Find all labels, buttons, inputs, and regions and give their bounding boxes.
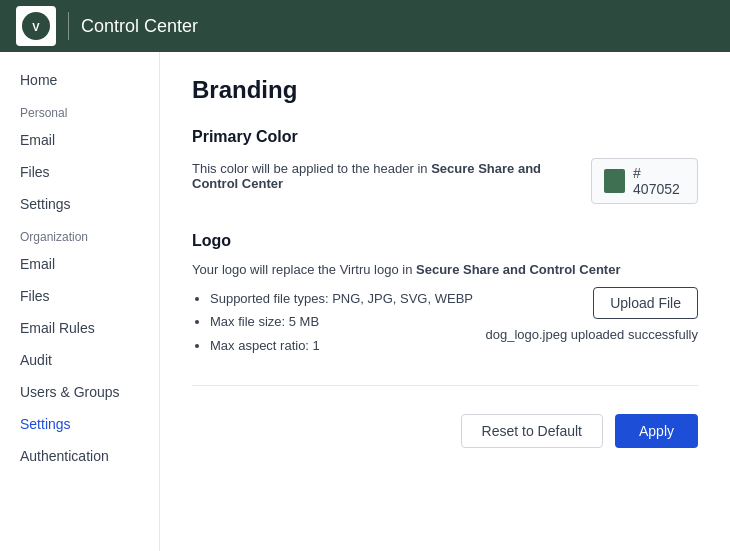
upload-success-message: dog_logo.jpeg uploaded successfully [486,327,699,342]
logo-row: Supported file types: PNG, JPG, SVG, WEB… [192,287,698,357]
sidebar-item-audit[interactable]: Audit [0,344,159,376]
header-title: Control Center [81,16,198,37]
reset-to-default-button[interactable]: Reset to Default [461,414,603,448]
sidebar-item-home[interactable]: Home [0,64,159,96]
footer-actions: Reset to Default Apply [192,406,698,456]
primary-color-title: Primary Color [192,128,698,146]
sidebar-item-org-email[interactable]: Email [0,248,159,280]
list-item: Max aspect ratio: 1 [210,334,486,357]
app-logo: V [16,6,56,46]
logo-description: Your logo will replace the Virtru logo i… [192,262,698,277]
color-hex-value: # 407052 [633,165,685,197]
sidebar-item-email-rules[interactable]: Email Rules [0,312,159,344]
header-divider [68,12,69,40]
sidebar-item-personal-settings[interactable]: Settings [0,188,159,220]
logo-info: Supported file types: PNG, JPG, SVG, WEB… [192,287,486,357]
list-item: Max file size: 5 MB [210,310,486,333]
sidebar-item-authentication[interactable]: Authentication [0,440,159,472]
page-title: Branding [192,76,698,104]
sidebar-item-org-files[interactable]: Files [0,280,159,312]
color-input[interactable]: # 407052 [591,158,698,204]
sidebar-section-personal: Personal [0,96,159,124]
logo-right: Upload File dog_logo.jpeg uploaded succe… [486,287,699,342]
sidebar: Home Personal Email Files Settings Organ… [0,52,160,551]
apply-button[interactable]: Apply [615,414,698,448]
svg-text:V: V [32,21,40,33]
main-content: Branding Primary Color This color will b… [160,52,730,551]
primary-color-section: Primary Color This color will be applied… [192,128,698,204]
sidebar-item-users-groups[interactable]: Users & Groups [0,376,159,408]
sidebar-section-organization: Organization [0,220,159,248]
list-item: Supported file types: PNG, JPG, SVG, WEB… [210,287,486,310]
logo-info-list: Supported file types: PNG, JPG, SVG, WEB… [192,287,486,357]
logo-section: Logo Your logo will replace the Virtru l… [192,232,698,357]
color-swatch [604,169,625,193]
sidebar-item-settings[interactable]: Settings [0,408,159,440]
app-header: V Control Center [0,0,730,52]
sidebar-item-personal-files[interactable]: Files [0,156,159,188]
upload-file-button[interactable]: Upload File [593,287,698,319]
section-divider [192,385,698,386]
primary-color-description: This color will be applied to the header… [192,161,591,191]
logo-title: Logo [192,232,698,250]
sidebar-item-personal-email[interactable]: Email [0,124,159,156]
